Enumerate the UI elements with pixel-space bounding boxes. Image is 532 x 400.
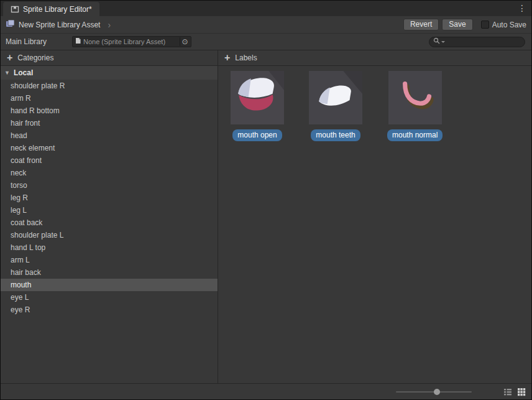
category-label: head (11, 131, 27, 140)
grid-view-icon[interactable] (516, 387, 526, 397)
revert-button[interactable]: Revert (403, 19, 439, 30)
category-label: eye R (11, 305, 30, 314)
zoom-slider-handle[interactable] (434, 389, 440, 395)
categories-header-label: Categories (17, 53, 53, 62)
sprite-library-icon (11, 5, 19, 14)
sprite-cell: mouth open (231, 71, 284, 141)
category-label: hair front (11, 119, 40, 128)
category-label: shoulder plate L (11, 231, 63, 240)
local-group-label: Local (14, 68, 33, 77)
sprite-thumbnail-mouth-open[interactable] (231, 71, 284, 124)
foldout-triangle-icon: ▼ (4, 70, 10, 76)
window-tab-strip: Sprite Library Editor* ⋮ (1, 1, 531, 16)
category-label: neck (11, 169, 26, 177)
category-label: eye L (11, 293, 29, 302)
view-toggle-group (503, 387, 526, 397)
category-list-item[interactable]: torso (1, 179, 218, 192)
auto-save-checkbox[interactable] (481, 21, 489, 29)
category-list-item[interactable]: eye L (1, 291, 218, 304)
search-input[interactable] (446, 38, 532, 45)
label-badge[interactable]: mouth open (232, 129, 282, 141)
category-list-item[interactable]: hair back (1, 266, 218, 279)
category-list-item[interactable]: hand R bottom (1, 105, 218, 117)
category-list-item[interactable]: leg R (1, 192, 218, 204)
category-list: shoulder plate R arm R hand R bottom hai… (1, 80, 218, 316)
category-list-item[interactable]: shoulder plate R (1, 80, 218, 92)
main-library-row: Main Library None (Sprite Library Asset)… (1, 34, 531, 50)
zoom-slider[interactable] (396, 391, 472, 393)
list-view-icon[interactable] (503, 387, 513, 397)
main-library-object-field[interactable]: None (Sprite Library Asset) ⊙ (72, 36, 191, 47)
category-list-item[interactable]: leg L (1, 204, 218, 216)
main-content: ▼ Local shoulder plate R arm R hand R bo… (1, 66, 531, 383)
sprite-thumbnail-mouth-normal[interactable] (388, 71, 442, 124)
pane-headers: + Categories + Labels (1, 50, 531, 66)
category-list-item[interactable]: hand L top (1, 241, 218, 254)
search-icon (433, 37, 440, 46)
window-menu-icon[interactable]: ⋮ (518, 3, 526, 13)
category-list-item[interactable]: neck (1, 167, 218, 179)
search-field[interactable] (429, 37, 525, 47)
category-label: arm R (11, 94, 31, 103)
category-list-item[interactable]: neck element (1, 142, 218, 154)
save-button[interactable]: Save (442, 19, 472, 30)
category-label: hair back (11, 268, 41, 277)
add-label-icon[interactable]: + (224, 53, 230, 62)
category-list-item[interactable]: arm R (1, 92, 218, 105)
toolbar: New Sprite Library Asset › Revert Save A… (1, 16, 531, 34)
add-category-icon[interactable]: + (7, 53, 12, 62)
object-picker-icon[interactable]: ⊙ (180, 37, 190, 46)
category-list-item[interactable]: hair front (1, 117, 218, 129)
category-label: hand R bottom (11, 106, 60, 115)
category-list-item[interactable]: coat back (1, 216, 218, 229)
search-filter-caret-icon (441, 41, 445, 43)
category-list-item[interactable]: arm L (1, 254, 218, 266)
sprite-cell: mouth normal (387, 71, 443, 141)
category-list-item[interactable]: eye R (1, 304, 218, 316)
label-badge[interactable]: mouth normal (387, 129, 443, 141)
category-label: arm L (11, 256, 30, 264)
labels-header: + Labels (218, 50, 531, 65)
label-badge[interactable]: mouth teeth (311, 129, 360, 141)
category-list-item[interactable]: shoulder plate L (1, 229, 218, 241)
sprite-thumbnail-mouth-teeth[interactable] (309, 71, 362, 124)
labels-pane: mouth open mouth teeth mo (218, 66, 531, 383)
category-label: hand L top (11, 243, 45, 252)
asset-name: New Sprite Library Asset (19, 21, 100, 29)
category-label: leg L (11, 206, 27, 215)
asset-icon (6, 19, 15, 30)
breadcrumb[interactable]: New Sprite Library Asset › (6, 19, 111, 30)
category-label: torso (11, 181, 27, 190)
category-label: neck element (11, 144, 55, 152)
main-library-label: Main Library (6, 37, 72, 46)
tab-sprite-library-editor[interactable]: Sprite Library Editor* (3, 2, 99, 16)
bottom-bar (1, 383, 531, 399)
tab-title: Sprite Library Editor* (23, 5, 92, 14)
breadcrumb-separator-icon: › (108, 20, 111, 30)
category-label: coat back (11, 218, 42, 227)
asset-file-icon (75, 37, 81, 46)
category-list-item[interactable]: head (1, 129, 218, 142)
categories-header: + Categories (1, 50, 218, 65)
category-label: coat front (11, 156, 42, 165)
category-label: leg R (11, 193, 28, 202)
category-label: mouth (11, 281, 31, 289)
sprite-library-editor-window: { "window": { "tab_title": "Sprite Libra… (0, 0, 532, 400)
local-foldout[interactable]: ▼ Local (1, 66, 218, 80)
toolbar-actions: Revert Save Auto Save (403, 19, 526, 30)
labels-header-label: Labels (235, 53, 257, 62)
object-field-value: None (Sprite Library Asset) (83, 38, 180, 45)
categories-pane: ▼ Local shoulder plate R arm R hand R bo… (1, 66, 218, 383)
category-list-item[interactable]: mouth (1, 279, 218, 291)
category-list-item[interactable]: coat front (1, 154, 218, 167)
sprite-cell: mouth teeth (309, 71, 362, 141)
auto-save-label: Auto Save (492, 21, 526, 29)
category-label: shoulder plate R (11, 81, 65, 90)
